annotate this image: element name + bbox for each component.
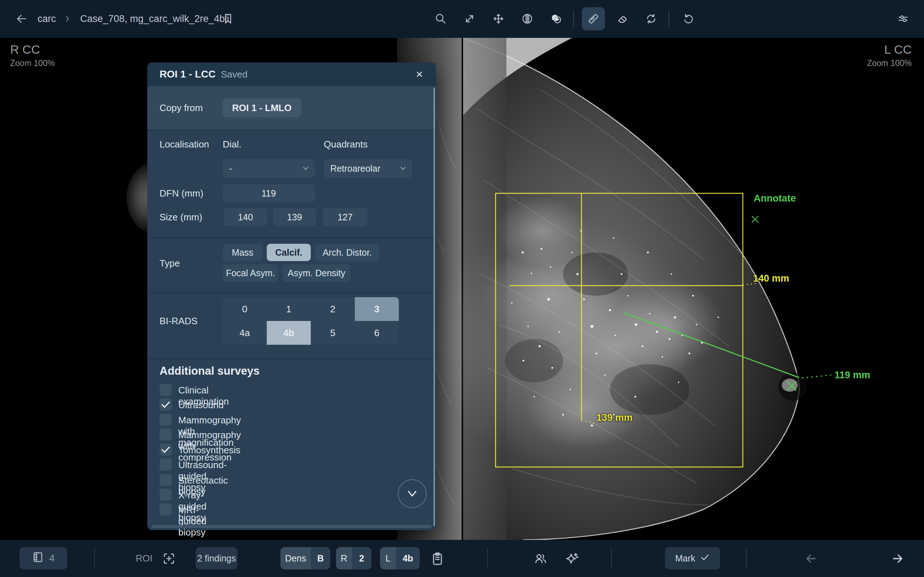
- copy-from-section: Copy from ROI 1 - LMLO: [147, 86, 436, 129]
- ruler-icon: [587, 13, 599, 25]
- report-clipboard-button[interactable]: [430, 551, 445, 567]
- birads-option-2[interactable]: 2: [311, 297, 355, 321]
- viewport-zoom-lcc: Zoom 100%: [867, 58, 912, 68]
- expand-tool-button[interactable]: [458, 7, 481, 30]
- roi-target-icon[interactable]: [162, 552, 176, 567]
- birads-option-5[interactable]: 5: [311, 321, 355, 345]
- checkbox[interactable]: [160, 414, 172, 426]
- viewport-label-lcc: L CC: [884, 43, 912, 56]
- density-toggle[interactable]: Dens B: [281, 547, 330, 569]
- dfn-measure-label: 119 mm: [835, 370, 870, 381]
- checkbox[interactable]: [160, 443, 172, 456]
- copy-from-source-button[interactable]: ROI 1 - LMLO: [223, 98, 301, 117]
- dialog-status: Saved: [221, 62, 247, 86]
- breadcrumb-root[interactable]: carc: [37, 0, 56, 38]
- right-birads-toggle[interactable]: R 2: [336, 547, 372, 569]
- section-divider: [147, 358, 436, 359]
- type-option-focal-asym[interactable]: Focal Asym.: [223, 264, 278, 282]
- right-side-value: 2: [352, 547, 372, 569]
- mark-label: Mark: [675, 553, 696, 564]
- eraser-tool-button[interactable]: [611, 7, 634, 30]
- bookmark-button[interactable]: [216, 7, 240, 30]
- findings-label: 2 findings: [197, 553, 236, 564]
- refresh-tool-button[interactable]: [640, 7, 663, 30]
- right-side-label: R: [336, 547, 352, 569]
- bottombar-separator: [611, 548, 612, 568]
- refresh-icon: [645, 13, 657, 25]
- left-side-label: L: [380, 547, 396, 569]
- settings-button[interactable]: [892, 7, 914, 30]
- dialog-header[interactable]: ROI 1 - LCC Saved ×: [147, 62, 436, 86]
- breadcrumb-chevron-icon: [63, 14, 71, 25]
- checkbox[interactable]: [160, 488, 172, 501]
- roi-mode-label: ROI: [136, 540, 152, 577]
- viewport-zoom-rcc: Zoom 100%: [10, 58, 55, 68]
- left-side-value: 4b: [396, 547, 420, 569]
- thumbnail-count: 4: [49, 553, 55, 564]
- quadrants-dropdown[interactable]: Retroareolar: [324, 159, 412, 178]
- checkbox[interactable]: [160, 398, 172, 411]
- type-option-arch-distor[interactable]: Arch. Distor.: [315, 244, 380, 261]
- size-input-2[interactable]: 139: [273, 208, 316, 226]
- chevron-down-icon: [399, 165, 407, 172]
- collaborators-button[interactable]: [533, 552, 548, 567]
- dfn-input[interactable]: 119: [223, 184, 315, 202]
- size-input-3[interactable]: 127: [323, 208, 367, 226]
- bottombar-separator: [94, 548, 95, 568]
- ai-sparkle-button[interactable]: [564, 551, 579, 567]
- birads-option-0[interactable]: 0: [223, 297, 267, 321]
- pan-tool-button[interactable]: [487, 7, 510, 30]
- type-label: Type: [160, 258, 180, 269]
- back-arrow-icon: [16, 13, 28, 25]
- blend-tool-button[interactable]: [544, 7, 568, 30]
- findings-button[interactable]: 2 findings: [195, 547, 237, 569]
- scroll-down-button[interactable]: [398, 479, 426, 508]
- survey-label: Ultrasound: [178, 400, 224, 411]
- left-birads-toggle[interactable]: L 4b: [380, 547, 420, 569]
- toolbar-separator: [573, 10, 574, 27]
- checkbox[interactable]: [160, 474, 172, 486]
- check-icon: [700, 553, 709, 564]
- annotate-button[interactable]: Annotate: [754, 193, 796, 204]
- mark-button[interactable]: Mark: [665, 547, 720, 569]
- birads-option-1[interactable]: 1: [267, 297, 311, 321]
- birads-option-3[interactable]: 3: [355, 297, 399, 321]
- copy-from-label: Copy from: [160, 102, 203, 114]
- thumbnail-panel-button[interactable]: 4: [19, 547, 67, 569]
- dialog-scrollbar[interactable]: [433, 88, 435, 526]
- section-divider: [147, 292, 436, 293]
- checkbox[interactable]: [160, 458, 172, 471]
- birads-option-4a[interactable]: 4a: [223, 321, 267, 345]
- type-option-mass[interactable]: Mass: [223, 244, 262, 261]
- size-input-1[interactable]: 140: [224, 208, 267, 226]
- next-image-button[interactable]: [891, 553, 905, 566]
- undo-tool-button[interactable]: [677, 7, 700, 30]
- bottombar-separator: [487, 548, 488, 568]
- image-viewer[interactable]: R CC Zoom 100% L CC Zoom 100% Annotate 1…: [0, 38, 924, 540]
- checkbox[interactable]: [160, 503, 172, 516]
- breadcrumb-current: Case_708, mg_carc_wilk_2re_4bli: [80, 0, 229, 38]
- surveys-title: Additional surveys: [160, 364, 260, 377]
- type-option-asym-density[interactable]: Asym. Density: [283, 264, 351, 282]
- toolbar-separator: [669, 10, 669, 27]
- back-button[interactable]: [10, 7, 33, 30]
- dialog-bottom-scrollbar[interactable]: [152, 525, 432, 528]
- type-option-calcif[interactable]: Calcif.: [267, 244, 311, 261]
- previous-image-button[interactable]: [804, 553, 818, 566]
- birads-option-4b[interactable]: 4b: [267, 321, 311, 345]
- panel-icon: [32, 551, 44, 566]
- eraser-icon: [616, 13, 628, 25]
- dial-value: -: [229, 159, 232, 178]
- close-icon[interactable]: ×: [409, 62, 430, 86]
- section-divider: [147, 129, 436, 130]
- checkbox[interactable]: [160, 384, 172, 396]
- birads-option-6[interactable]: 6: [355, 321, 399, 345]
- zoom-tool-button[interactable]: [429, 7, 452, 30]
- size-label: Size (mm): [160, 212, 202, 223]
- checkbox[interactable]: [160, 429, 172, 441]
- contrast-icon: [521, 13, 533, 25]
- contrast-tool-button[interactable]: [516, 7, 539, 30]
- dial-dropdown[interactable]: -: [223, 159, 315, 178]
- top-toolbar: carc Case_708, mg_carc_wilk_2re_4bli: [0, 0, 924, 38]
- ruler-tool-button[interactable]: [582, 7, 605, 30]
